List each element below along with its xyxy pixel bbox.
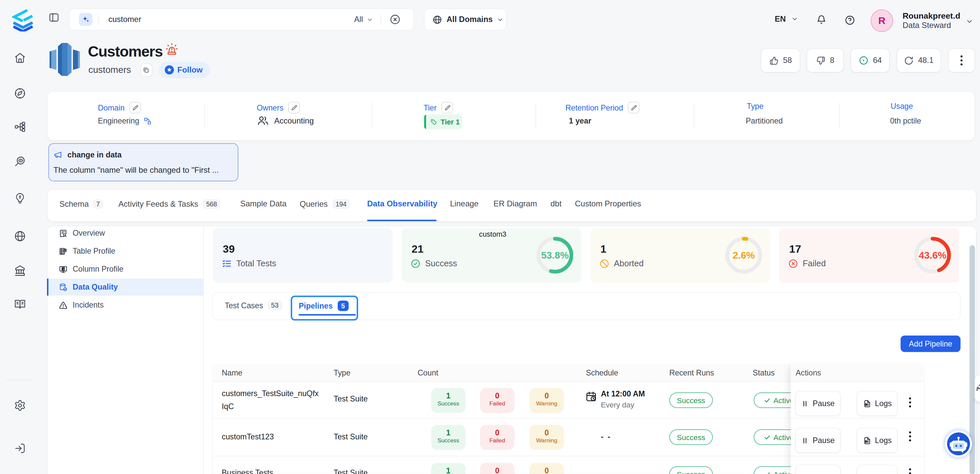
svg-text:2.6%: 2.6% [733,250,755,261]
svg-text:53.8%: 53.8% [541,250,569,261]
svg-text:43.6%: 43.6% [919,250,947,261]
